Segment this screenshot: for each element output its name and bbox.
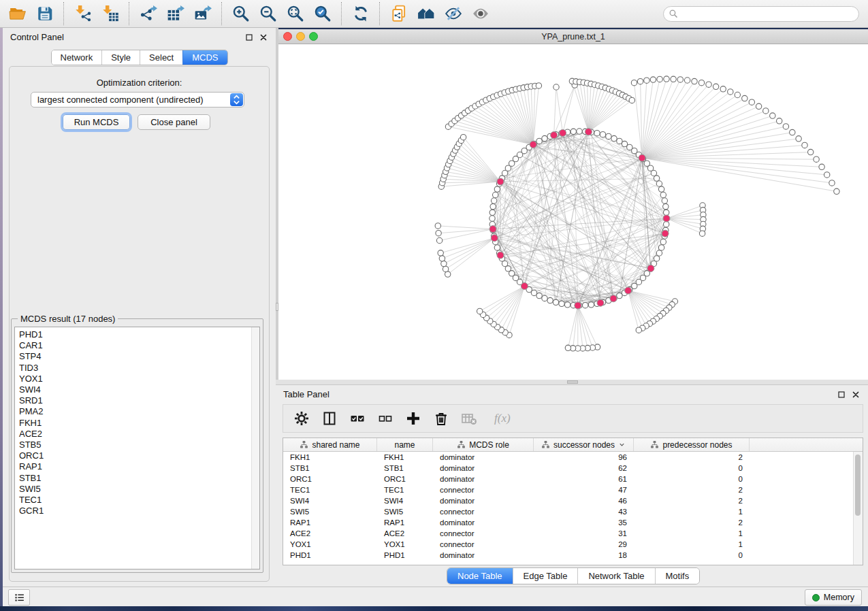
create-column-button[interactable] [404,410,422,427]
mcds-node[interactable] [551,132,558,139]
network-node[interactable] [494,245,500,250]
table-row[interactable]: SWI5SWI5connector431 [283,506,863,517]
cell-predecessor-nodes[interactable]: 1 [634,529,750,538]
cell-name[interactable]: PHD1 [377,551,433,559]
import-network-button[interactable] [69,1,97,26]
network-node[interactable] [629,97,634,103]
cell-successor-nodes[interactable]: 29 [534,540,634,548]
zoom-fit-button[interactable] [282,1,309,26]
mcds-node[interactable] [575,302,581,309]
memory-button[interactable]: Memory [805,589,862,606]
export-network-button[interactable] [135,1,162,26]
network-node[interactable] [834,188,839,194]
export-table-button[interactable] [162,1,189,26]
table-row[interactable]: FKH1FKH1dominator962 [283,452,863,463]
network-node[interactable] [445,271,451,277]
mcds-result-item[interactable]: ORC1 [19,450,259,461]
search-input[interactable] [679,7,858,21]
network-node[interactable] [790,129,795,135]
show-all-button[interactable] [467,1,494,26]
cell-MCDS-role[interactable]: dominator [433,518,534,527]
network-node[interactable] [692,78,697,84]
cell-successor-nodes[interactable]: 96 [534,453,634,461]
network-node[interactable] [594,131,600,136]
network-node[interactable] [814,156,819,162]
table-row[interactable]: ACE2ACE2connector311 [283,528,863,539]
network-node[interactable] [770,113,775,118]
network-node[interactable] [742,95,748,101]
network-node[interactable] [441,261,447,266]
cell-MCDS-role[interactable]: dominator [433,475,534,483]
cell-predecessor-nodes[interactable]: 2 [634,486,750,494]
network-node[interactable] [583,303,588,308]
cell-successor-nodes[interactable]: 18 [534,551,634,559]
network-node[interactable] [637,79,643,84]
cell-successor-nodes[interactable]: 47 [534,486,634,494]
console-button[interactable] [8,589,30,606]
cell-predecessor-nodes[interactable]: 1 [634,540,750,548]
network-node[interactable] [650,77,656,82]
mcds-node[interactable] [662,230,669,237]
network-node[interactable] [536,293,542,298]
cell-predecessor-nodes[interactable]: 2 [634,453,750,461]
network-node[interactable] [660,192,666,197]
cell-name[interactable]: SWI5 [377,508,433,516]
network-node[interactable] [651,170,656,176]
network-node[interactable] [713,84,718,89]
network-node[interactable] [617,293,622,298]
network-node[interactable] [749,99,754,105]
network-node[interactable] [644,78,649,83]
float-panel-icon[interactable] [837,390,846,399]
mcds-result-item[interactable]: STB5 [19,440,259,450]
network-node[interactable] [662,198,667,203]
network-node[interactable] [657,76,662,82]
mcds-result-item[interactable]: FKH1 [19,418,259,429]
cell-successor-nodes[interactable]: 46 [534,497,634,505]
cell-shared-name[interactable]: PHD1 [283,551,377,559]
network-node[interactable] [631,80,637,86]
network-node[interactable] [796,136,801,142]
cell-MCDS-role[interactable]: dominator [433,453,534,461]
refresh-layout-button[interactable] [347,1,374,26]
network-node[interactable] [611,135,617,141]
tab-network[interactable]: Network [51,50,101,65]
network-node[interactable] [808,149,814,154]
network-node[interactable] [564,302,570,308]
network-node[interactable] [677,77,683,82]
network-node[interactable] [536,138,542,144]
mcds-node[interactable] [597,299,604,306]
network-node[interactable] [542,135,547,141]
zoom-out-button[interactable] [255,1,282,26]
mcds-node[interactable] [639,154,645,161]
table-row[interactable]: TEC1TEC1connector472 [283,484,863,495]
mcds-result-item[interactable]: TID3 [19,363,259,374]
cell-name[interactable]: YOX1 [377,540,433,548]
hide-selected-button[interactable] [440,1,467,26]
mcds-result-item[interactable]: STB1 [19,473,259,484]
network-node[interactable] [436,231,441,236]
cell-successor-nodes[interactable]: 43 [534,508,634,516]
network-canvas[interactable] [278,44,868,380]
column-header-successor-nodes[interactable]: successor nodes [534,438,634,451]
network-node[interactable] [656,250,662,256]
cell-MCDS-role[interactable]: connector [433,540,534,548]
cell-successor-nodes[interactable]: 35 [534,518,634,527]
table-row[interactable]: STB1STB1dominator620 [283,463,863,474]
cell-name[interactable]: ORC1 [377,475,433,483]
search-box[interactable] [663,6,859,22]
network-node[interactable] [565,345,570,350]
cell-MCDS-role[interactable]: connector [433,486,534,494]
cell-shared-name[interactable]: TEC1 [283,486,377,494]
tab-style[interactable]: Style [101,50,140,65]
criterion-select[interactable]: largest connected component (undirected) [31,92,244,108]
network-node[interactable] [490,203,496,209]
tab-motifs[interactable]: Motifs [655,568,700,584]
close-panel-icon[interactable] [259,33,268,42]
cell-MCDS-role[interactable]: connector [433,529,534,538]
network-node[interactable] [658,186,664,192]
network-node[interactable] [783,124,788,129]
network-node[interactable] [777,118,782,124]
tab-node-table[interactable]: Node Table [447,568,513,584]
mcds-result-item[interactable]: ACE2 [19,429,259,440]
export-image-button[interactable] [189,1,216,26]
